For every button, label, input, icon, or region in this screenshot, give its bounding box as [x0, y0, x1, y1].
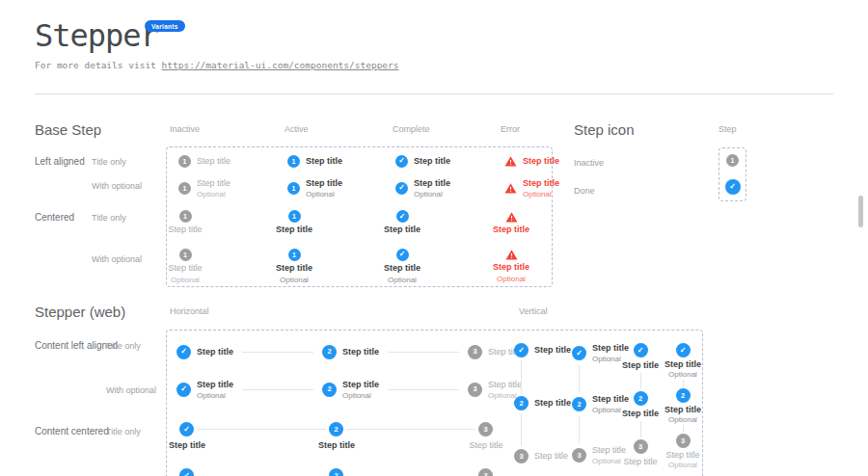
variant-label-title-only: Title only	[92, 157, 126, 167]
step-title: Step title	[342, 380, 379, 390]
variant-label-with-optional: With optional	[92, 181, 142, 191]
step-inactive-left: 1 Step title	[178, 147, 287, 174]
step-title: Step title	[622, 360, 659, 371]
section-title-base-step: Base Step	[35, 121, 101, 138]
step-optional: Optional	[197, 190, 231, 198]
step-error-left: Step title	[504, 147, 559, 174]
step-complete: ✓ Step title	[514, 343, 571, 357]
variant-label-title-only: Title only	[92, 213, 126, 223]
connector	[683, 380, 684, 387]
check-icon: ✓	[572, 346, 586, 360]
divider	[35, 93, 833, 94]
step-number-badge: 2	[322, 345, 337, 359]
step-number-badge: 2	[514, 396, 529, 410]
step-title: Step title	[197, 178, 231, 189]
step-optional: Optional	[523, 190, 559, 198]
step-title: Step title	[306, 178, 342, 189]
connector	[521, 360, 522, 393]
step-number-badge: 3	[468, 383, 482, 397]
step-title: Step title	[623, 457, 657, 467]
step-title: Step title	[665, 450, 699, 461]
step-title: Step title	[665, 359, 701, 370]
step-title: Step title	[276, 225, 312, 235]
step-active-left-optional: 1 Step titleOptional	[287, 174, 395, 201]
row-label-left-aligned: Left aligned	[35, 156, 85, 167]
check-icon: ✓	[676, 343, 691, 357]
step-title: Step title	[534, 451, 568, 462]
step-title: Step title	[197, 156, 231, 167]
step-active: 2 Step title	[322, 345, 379, 359]
step-active: 2 Step title	[514, 396, 571, 410]
connector	[197, 429, 326, 430]
column-header-active: Active	[285, 124, 309, 134]
step-title: Step title	[534, 345, 571, 356]
step-title: Step title	[197, 380, 233, 390]
step-number-badge: 1	[178, 155, 191, 168]
column-header-step: Step	[719, 124, 737, 134]
step-active-centered-optional: 1 Step title Optional	[268, 244, 320, 288]
scrollbar-thumb[interactable]	[858, 196, 863, 227]
check-icon: ✓	[179, 422, 194, 436]
connector	[388, 352, 459, 353]
connector	[388, 389, 459, 390]
check-icon: ✓	[396, 249, 409, 261]
connector	[521, 413, 522, 446]
vertical-stepper-title-only: ✓ Step title 2 Step title 3 Step title	[514, 343, 571, 463]
step-number-badge: 2	[329, 422, 343, 436]
step-title: Step title	[384, 225, 420, 235]
step-active-centered: 1 Step title	[268, 201, 320, 244]
step-title: Step title	[414, 178, 450, 189]
step-optional: Optional	[306, 190, 342, 198]
horizontal-stepper-centered: ✓ 2 3 Step title Step title Step title	[167, 422, 500, 456]
step-complete-centered-optional: ✓ Step title Optional	[376, 244, 428, 288]
step-optional: Optional	[668, 370, 697, 379]
step-optional: Optional	[414, 190, 450, 198]
section-title-stepper-web: Stepper (web)	[35, 304, 125, 320]
warning-icon	[505, 211, 518, 223]
step-number-badge: 1	[179, 249, 192, 261]
stepper-web-container: ✓ Step title 2 Step title 3 Step title ✓…	[166, 330, 703, 476]
row-label-content-centered: Content centered	[35, 426, 109, 436]
step-title: Step title	[306, 156, 342, 167]
step-number-badge: 1	[287, 182, 300, 195]
variants-badge: Variants	[145, 20, 185, 32]
step-optional: Optional	[171, 276, 200, 284]
check-icon: ✓	[634, 343, 648, 357]
step-title: Step title	[276, 263, 312, 274]
step-error-left-optional: Step titleOptional	[504, 174, 559, 201]
warning-icon	[504, 155, 517, 167]
docs-link[interactable]: https://material-ui.com/components/stepp…	[162, 60, 399, 70]
warning-icon	[505, 249, 518, 260]
step-number-badge: 3	[478, 468, 493, 476]
step-number-badge: 2	[322, 383, 337, 397]
connector	[242, 352, 313, 353]
connector	[579, 416, 580, 443]
step-title: Step title	[168, 263, 202, 274]
variant-label-title-only: Title only	[106, 427, 141, 436]
variant-label-with-optional: With optional	[106, 385, 156, 395]
step-title: Step title	[168, 225, 202, 235]
step-title: Step title	[534, 398, 571, 409]
step-title: Step title	[159, 440, 215, 451]
horizontal-stepper-title-only: ✓ Step title 2 Step title 3 Step title	[176, 344, 522, 359]
step-title: Step title	[493, 262, 529, 273]
step-inactive-left-optional: 1 Step titleOptional	[178, 174, 287, 201]
connector	[640, 373, 641, 389]
step-number-badge: 3	[634, 439, 648, 454]
check-icon: ✓	[395, 155, 408, 168]
vertical-stepper-centered-with-optional: ✓ Step title Optional 2 Step title Optio…	[655, 343, 711, 469]
step-number-badge: 3	[514, 449, 529, 463]
subtitle-text: For more details visit	[35, 60, 156, 70]
step-error-centered: Step title	[485, 201, 537, 244]
step-complete-left: ✓ Step title	[395, 147, 504, 174]
step-complete: ✓ Step titleOptional	[176, 380, 233, 400]
step-title: Step title	[493, 225, 529, 235]
step-number-badge: 2	[572, 397, 586, 411]
step-complete: ✓ Step title	[176, 345, 233, 359]
step-title: Step title	[665, 405, 701, 415]
connector	[640, 421, 641, 437]
variant-label-title-only: Title only	[106, 341, 141, 351]
step-number-badge: 2	[634, 391, 648, 406]
step-number-badge: 1	[179, 210, 192, 223]
check-icon: ✓	[176, 345, 191, 359]
